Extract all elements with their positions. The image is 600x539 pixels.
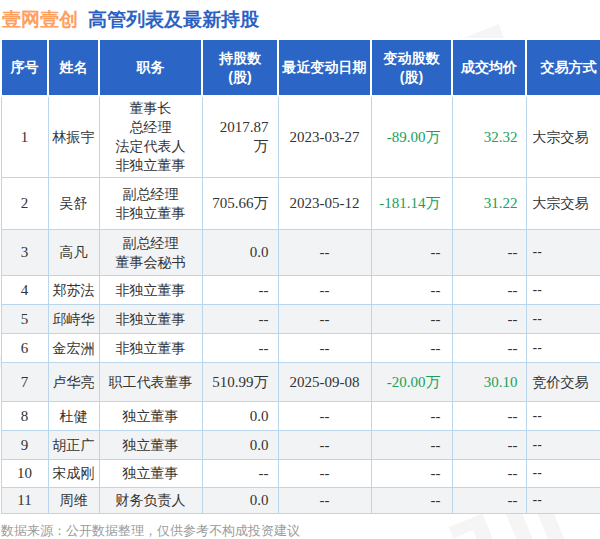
- cell-name: 高凡: [48, 230, 99, 276]
- cell-positions: 独立董事: [99, 402, 202, 431]
- cell-name: 胡正广: [48, 431, 99, 460]
- cell-method: --: [526, 305, 600, 334]
- cell-no: 4: [1, 276, 48, 305]
- cell-avg-price: --: [452, 402, 526, 431]
- cell-method: 竞价交易: [526, 363, 600, 402]
- table-row: 10宋成刚独立董事----------: [1, 460, 600, 488]
- cell-positions: 非独立董事: [99, 305, 202, 334]
- holdings-table: 序号姓名职务持股数(股)最近变动日期变动股数(股)成交均价交易方式 1林振宇董事…: [0, 38, 600, 514]
- table-body: 1林振宇董事长总经理法定代表人非独立董事2017.87万2023-03-27-8…: [1, 96, 600, 514]
- cell-change-date: --: [278, 230, 371, 276]
- cell-no: 11: [1, 488, 48, 514]
- cell-change-shares: --: [371, 276, 452, 305]
- cell-change-shares: --: [371, 488, 452, 514]
- cell-change-date: --: [278, 305, 371, 334]
- cell-shares: 2017.87万: [202, 96, 278, 178]
- cell-name: 宋成刚: [48, 460, 99, 488]
- column-header: 序号: [1, 39, 48, 96]
- cell-method: --: [526, 334, 600, 363]
- cell-change-date: 2025-09-08: [278, 363, 371, 402]
- cell-change-shares: --: [371, 402, 452, 431]
- cell-no: 2: [1, 178, 48, 230]
- table-row: 4郑苏法非独立董事----------: [1, 276, 600, 305]
- header-row: 序号姓名职务持股数(股)最近变动日期变动股数(股)成交均价交易方式: [1, 39, 600, 96]
- cell-name: 郑苏法: [48, 276, 99, 305]
- table-row: 3高凡副总经理董事会秘书0.0--------: [1, 230, 600, 276]
- column-header: 交易方式: [526, 39, 600, 96]
- cell-name: 金宏洲: [48, 334, 99, 363]
- cell-shares: --: [202, 334, 278, 363]
- column-header: 职务: [99, 39, 202, 96]
- cell-shares: 0.0: [202, 230, 278, 276]
- cell-avg-price: --: [452, 230, 526, 276]
- cell-change-shares: --: [371, 460, 452, 488]
- cell-change-date: --: [278, 431, 371, 460]
- cell-method: --: [526, 460, 600, 488]
- cell-no: 5: [1, 305, 48, 334]
- table-row: 5邱峙华非独立董事----------: [1, 305, 600, 334]
- data-source-note: 数据来源：公开数据整理，仅供参考不构成投资建议: [0, 522, 600, 539]
- cell-method: --: [526, 431, 600, 460]
- column-header: 姓名: [48, 39, 99, 96]
- company-name: 壹网壹创: [2, 9, 78, 30]
- table-row: 1林振宇董事长总经理法定代表人非独立董事2017.87万2023-03-27-8…: [1, 96, 600, 178]
- executive-holdings-page: 证券之星 证券之星 证券之星 壹网壹创高管列表及最新持股 序号姓名职务持股数(股…: [0, 0, 600, 539]
- cell-change-date: --: [278, 334, 371, 363]
- cell-no: 9: [1, 431, 48, 460]
- cell-name: 吴舒: [48, 178, 99, 230]
- cell-no: 1: [1, 96, 48, 178]
- cell-avg-price: --: [452, 276, 526, 305]
- cell-change-shares: --: [371, 334, 452, 363]
- cell-no: 7: [1, 363, 48, 402]
- cell-change-date: --: [278, 276, 371, 305]
- cell-avg-price: 30.10: [452, 363, 526, 402]
- cell-avg-price: --: [452, 488, 526, 514]
- cell-shares: 705.66万: [202, 178, 278, 230]
- cell-shares: --: [202, 305, 278, 334]
- cell-change-date: 2023-05-12: [278, 178, 371, 230]
- cell-change-date: --: [278, 402, 371, 431]
- cell-change-shares: --: [371, 431, 452, 460]
- column-header: 持股数(股): [202, 39, 278, 96]
- cell-no: 8: [1, 402, 48, 431]
- column-header: 最近变动日期: [278, 39, 371, 96]
- cell-positions: 非独立董事: [99, 334, 202, 363]
- cell-positions: 非独立董事: [99, 276, 202, 305]
- cell-shares: --: [202, 276, 278, 305]
- cell-avg-price: --: [452, 431, 526, 460]
- column-header: 变动股数(股): [371, 39, 452, 96]
- cell-shares: --: [202, 460, 278, 488]
- cell-shares: 0.0: [202, 488, 278, 514]
- cell-method: --: [526, 230, 600, 276]
- cell-positions: 董事长总经理法定代表人非独立董事: [99, 96, 202, 178]
- cell-method: --: [526, 488, 600, 514]
- cell-positions: 副总经理非独立董事: [99, 178, 202, 230]
- cell-change-date: --: [278, 488, 371, 514]
- cell-positions: 财务负责人: [99, 488, 202, 514]
- page-title: 壹网壹创高管列表及最新持股: [0, 0, 600, 33]
- cell-name: 邱峙华: [48, 305, 99, 334]
- cell-method: --: [526, 276, 600, 305]
- cell-no: 3: [1, 230, 48, 276]
- cell-change-date: --: [278, 460, 371, 488]
- table-row: 6金宏洲非独立董事----------: [1, 334, 600, 363]
- cell-name: 杜健: [48, 402, 99, 431]
- cell-no: 10: [1, 460, 48, 488]
- cell-change-shares: -181.14万: [371, 178, 452, 230]
- cell-method: --: [526, 402, 600, 431]
- cell-avg-price: --: [452, 334, 526, 363]
- cell-avg-price: 32.32: [452, 96, 526, 178]
- cell-positions: 副总经理董事会秘书: [99, 230, 202, 276]
- cell-change-shares: -20.00万: [371, 363, 452, 402]
- cell-positions: 独立董事: [99, 431, 202, 460]
- cell-shares: 0.0: [202, 431, 278, 460]
- table-row: 11周维财务负责人0.0--------: [1, 488, 600, 514]
- cell-avg-price: --: [452, 460, 526, 488]
- table-row: 9胡正广独立董事0.0--------: [1, 431, 600, 460]
- cell-name: 卢华亮: [48, 363, 99, 402]
- cell-change-shares: --: [371, 230, 452, 276]
- cell-positions: 职工代表董事: [99, 363, 202, 402]
- table-row: 2吴舒副总经理非独立董事705.66万2023-05-12-181.14万31.…: [1, 178, 600, 230]
- cell-shares: 0.0: [202, 402, 278, 431]
- cell-change-shares: --: [371, 305, 452, 334]
